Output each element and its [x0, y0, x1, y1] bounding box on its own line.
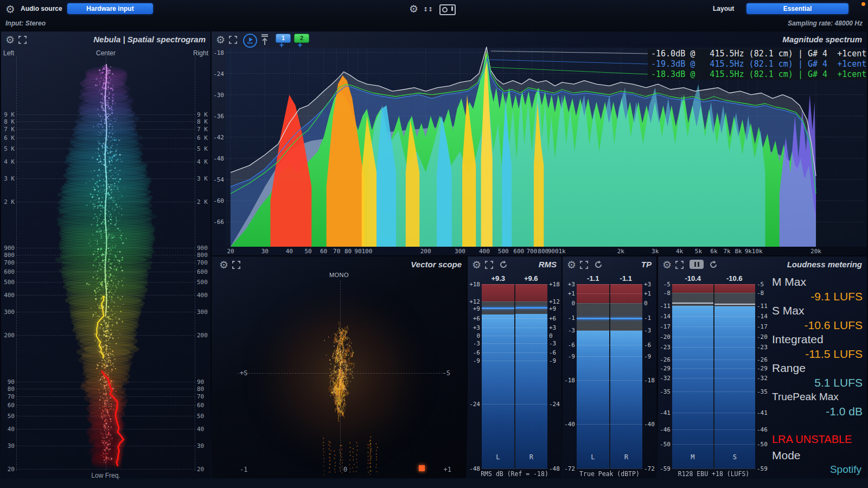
freq-tick-label: 80 — [197, 386, 210, 393]
svg-text:20k: 20k — [810, 248, 821, 255]
meter-gridline — [672, 337, 755, 337]
freq-tick-label: 2 K — [1, 198, 15, 206]
scale-tick-label: -46 — [755, 426, 769, 433]
peak-hold-line — [672, 303, 713, 304]
meter-gridline — [672, 468, 755, 469]
stat-value: -10.6 LUFS — [772, 318, 863, 332]
slot-2-add-icon[interactable]: + — [298, 41, 302, 49]
settings-gear-icon[interactable]: ⚙ — [409, 3, 418, 15]
vectorscope-settings-gear-icon[interactable]: ⚙ — [219, 260, 228, 270]
freq-tick-label: 40 — [197, 426, 210, 433]
meter-gridline — [482, 309, 547, 309]
svg-text:40: 40 — [286, 248, 293, 255]
meter-caption: RMS dB (Ref = -18) — [468, 470, 561, 478]
scale-tick-label: -46 — [658, 426, 672, 433]
freq-tick-label: 400 — [1, 292, 15, 299]
stat-value: -9.1 LUFS — [772, 289, 863, 304]
stat-value: -1.0 dB — [772, 404, 863, 419]
spectrum-settings-gear-icon[interactable]: ⚙ — [216, 35, 225, 45]
audio-settings-gear-icon[interactable]: ⚙ — [5, 3, 15, 16]
freq-tick-label: 60 — [1, 402, 15, 409]
freq-tick-label: 9 K — [1, 111, 15, 118]
level-bar — [610, 331, 643, 468]
nebula-settings-gear-icon[interactable]: ⚙ — [5, 35, 15, 45]
freq-tick-label: 3 K — [197, 175, 210, 182]
svg-text:-42: -42 — [213, 134, 224, 141]
svg-text:90: 90 — [354, 248, 361, 255]
svg-text:5k: 5k — [695, 248, 703, 255]
channel-label: S — [714, 453, 756, 461]
meter-columns: LR — [577, 284, 642, 468]
essential-layout-button[interactable]: Essential — [746, 3, 848, 14]
scale-tick-label: -24 — [547, 401, 561, 408]
meter-area: -5-8-11-14-17-20-23-26-29-32-35-41-46-50… — [658, 284, 769, 468]
scale-tick-label: 0 — [547, 332, 561, 339]
freq-tick-label: 30 — [1, 442, 15, 450]
meter-gridline — [482, 301, 547, 302]
meter-area: +18+12+9+6+30-3-6-9-24-48+18+12+9+6+30-3… — [468, 284, 561, 468]
nebula-title: Nebula | Spatial spectrogram — [93, 35, 206, 44]
slot-1-add-icon[interactable]: + — [279, 41, 284, 49]
app-window: ⚙ Audio source Hardware input ⚙ ↕↕ Layou… — [0, 0, 868, 488]
svg-text:6k: 6k — [710, 248, 718, 255]
meter-channel: R — [610, 284, 643, 468]
scale-tick-label: -26 — [755, 356, 769, 363]
meter-values: -1.1-1.1 — [577, 274, 642, 283]
scale-tick-label: -5 — [755, 281, 769, 288]
freq-tick-label: 9 K — [197, 111, 210, 118]
meter-gridline — [672, 293, 755, 293]
freq-tick-label: 200 — [1, 332, 15, 339]
cursor-readout-row: -18.3dB @ 415.5Hz (82.1 cm) | G# 4 +1cen… — [648, 69, 867, 80]
meter-gridline — [482, 404, 547, 404]
svg-text:-48: -48 — [213, 155, 224, 162]
scale-tick-label: -11 — [658, 303, 672, 310]
scale-tick-label: -9 — [642, 353, 656, 360]
freq-tick-label: 6 K — [197, 134, 210, 142]
freq-tick-label: 4 K — [197, 158, 210, 165]
tp-meter: -1.1-1.1+3+10-1-3-6-9-18-40-72+3+10-1-3-… — [563, 256, 656, 478]
vectorscope-fullscreen-icon[interactable] — [232, 261, 240, 269]
scale-tick-label: -5 — [658, 281, 672, 288]
scale-tick-label: -41 — [755, 409, 769, 416]
topbar-row1: ⚙ Audio source Hardware input ⚙ ↕↕ Layou… — [0, 0, 868, 17]
meter-gridline — [577, 303, 642, 304]
loudness-stat-item: S Max-10.6 LUFS — [772, 304, 863, 332]
low-freq-label: Low Freq. — [1, 472, 210, 479]
peak-snap-icon[interactable] — [260, 34, 269, 46]
io-routing-icon[interactable] — [439, 4, 456, 15]
svg-text:80: 80 — [344, 248, 352, 255]
meter-area: +3+10-1-3-6-9-18-40-72+3+10-1-3-6-9-18-4… — [563, 284, 656, 468]
svg-text:7k: 7k — [723, 248, 731, 255]
hardware-input-button[interactable]: Hardware input — [67, 3, 153, 14]
freq-tick-label: 900 — [1, 245, 15, 252]
mode-value-label[interactable]: Spotify — [830, 464, 861, 476]
scale-tick-label: -35 — [755, 388, 769, 395]
scale-tick-label: +18 — [547, 281, 561, 288]
mixer-sliders-icon[interactable]: ↕↕ — [423, 4, 433, 14]
level-bar — [482, 314, 514, 468]
meter-gridline — [672, 429, 755, 430]
meter-gridline — [482, 328, 547, 328]
notification-dot[interactable] — [861, 2, 865, 6]
svg-text:-66: -66 — [213, 219, 224, 226]
scale-tick-label: +1 — [563, 290, 577, 297]
input-mode-label: Input: Stereo — [5, 20, 46, 27]
freq-tick-label: 40 — [1, 426, 15, 433]
mode-label: Mode — [772, 449, 801, 462]
nebula-fullscreen-icon[interactable] — [18, 36, 27, 44]
level-bar — [577, 331, 609, 468]
freq-tick-label: 80 — [1, 386, 15, 393]
freq-tick-label: 6 K — [1, 134, 15, 142]
pan-pos1-label: +1 — [444, 466, 451, 473]
meter-channel: L — [577, 284, 609, 468]
spectrum-fullscreen-icon[interactable] — [229, 36, 237, 44]
scale-tick-label: +3 — [547, 324, 561, 331]
live-mode-button[interactable]: live — [243, 34, 257, 48]
freq-tick-label: 50 — [197, 413, 210, 420]
meter-gridline — [672, 326, 755, 327]
meter-channel: L — [482, 284, 514, 468]
vectorscope-panel: ⚙ Vector scope MONO +S -S -1 0 +1 — [212, 256, 467, 478]
meter-value: +9.3 — [482, 274, 515, 283]
scale-tick-label: -17 — [755, 323, 769, 330]
scale-tick-label: -8 — [658, 290, 672, 297]
